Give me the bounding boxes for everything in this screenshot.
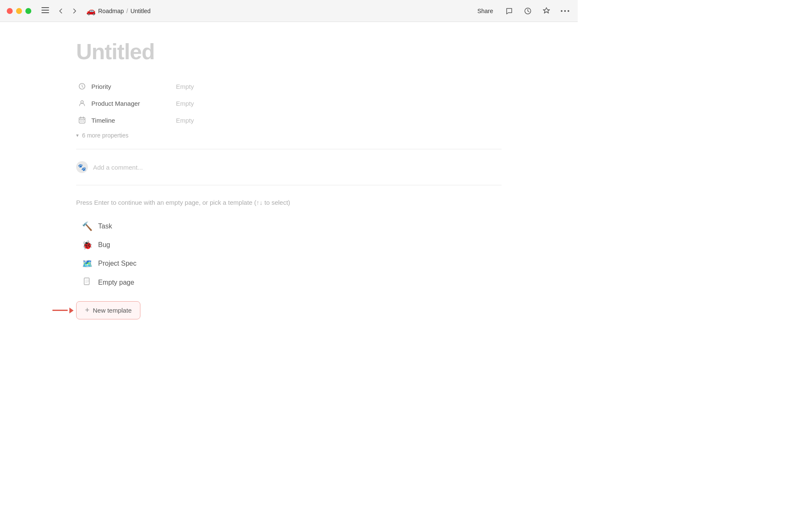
person-icon xyxy=(76,99,88,107)
comment-divider xyxy=(76,185,502,185)
chevron-down-icon: ▾ xyxy=(76,132,79,138)
comment-row[interactable]: 🐾 Add a comment... xyxy=(76,156,502,178)
page-title[interactable]: Untitled xyxy=(76,39,502,64)
arrow-shaft xyxy=(52,310,68,311)
more-button[interactable] xyxy=(559,8,571,14)
minimize-button[interactable] xyxy=(16,8,22,14)
new-template-label: New template xyxy=(93,307,132,314)
close-button[interactable] xyxy=(7,8,13,14)
priority-label: Priority xyxy=(91,83,176,90)
svg-rect-9 xyxy=(80,121,82,121)
titlebar-actions: Share xyxy=(474,5,571,17)
svg-rect-10 xyxy=(82,121,84,121)
avatar: 🐾 xyxy=(76,161,88,173)
breadcrumb-parent[interactable]: Roadmap xyxy=(98,8,124,14)
svg-rect-0 xyxy=(41,7,49,8)
template-hint: Press Enter to continue with an empty pa… xyxy=(76,199,502,206)
share-button[interactable]: Share xyxy=(474,6,497,16)
breadcrumb-current: Untitled xyxy=(131,8,151,14)
calendar-icon xyxy=(76,116,88,124)
template-item-bug[interactable]: 🐞 Bug xyxy=(76,236,502,253)
properties-section: Priority Empty Product Manager Empty xyxy=(76,78,502,142)
main-content: Untitled Priority Empty Product Manager xyxy=(0,22,578,367)
task-emoji: 🔨 xyxy=(81,221,93,231)
timeline-label: Timeline xyxy=(91,117,176,124)
project-spec-emoji: 🗺️ xyxy=(81,258,93,269)
svg-point-4 xyxy=(561,10,562,12)
plus-icon: + xyxy=(85,306,90,315)
new-template-button[interactable]: + New template xyxy=(76,301,140,319)
titlebar: 🚗 Roadmap / Untitled Share xyxy=(0,0,578,22)
product-manager-property[interactable]: Product Manager Empty xyxy=(76,95,502,112)
breadcrumb-separator: / xyxy=(126,8,128,14)
timeline-property[interactable]: Timeline Empty xyxy=(76,112,502,129)
bug-label: Bug xyxy=(98,241,110,249)
timeline-value: Empty xyxy=(176,117,194,124)
template-list: 🔨 Task 🐞 Bug 🗺️ Project Spec Empty page xyxy=(76,218,502,291)
avatar-emoji: 🐾 xyxy=(78,163,86,171)
svg-point-6 xyxy=(568,10,569,12)
comment-icon-button[interactable] xyxy=(503,5,515,17)
more-properties-toggle[interactable]: ▾ 6 more properties xyxy=(76,129,502,142)
more-properties-label: 6 more properties xyxy=(82,132,129,139)
template-item-empty-page[interactable]: Empty page xyxy=(76,274,502,291)
bug-emoji: 🐞 xyxy=(81,240,93,250)
comment-input[interactable]: Add a comment... xyxy=(93,164,143,171)
svg-rect-2 xyxy=(41,12,49,13)
product-manager-label: Product Manager xyxy=(91,100,176,107)
project-spec-label: Project Spec xyxy=(98,260,137,267)
star-button[interactable] xyxy=(540,5,552,17)
svg-point-5 xyxy=(564,10,566,12)
empty-page-label: Empty page xyxy=(98,279,134,286)
history-button[interactable] xyxy=(522,5,534,17)
svg-rect-1 xyxy=(41,10,49,11)
back-button[interactable] xyxy=(56,6,66,16)
nav-controls xyxy=(56,6,80,16)
sidebar-toggle-button[interactable] xyxy=(38,5,52,17)
svg-point-7 xyxy=(81,101,83,103)
new-template-container: + New template xyxy=(76,301,140,319)
breadcrumb-emoji: 🚗 xyxy=(86,6,96,16)
template-item-task[interactable]: 🔨 Task xyxy=(76,218,502,235)
arrow-indicator xyxy=(52,308,74,313)
priority-property[interactable]: Priority Empty xyxy=(76,78,502,95)
template-item-project-spec[interactable]: 🗺️ Project Spec xyxy=(76,255,502,272)
breadcrumb: 🚗 Roadmap / Untitled xyxy=(86,6,474,16)
task-label: Task xyxy=(98,223,112,230)
forward-button[interactable] xyxy=(69,6,80,16)
traffic-lights xyxy=(7,8,31,14)
priority-value: Empty xyxy=(176,83,194,90)
empty-page-emoji xyxy=(81,277,93,288)
maximize-button[interactable] xyxy=(25,8,31,14)
priority-icon xyxy=(76,82,88,90)
arrow-head xyxy=(69,308,74,313)
properties-divider xyxy=(76,149,502,149)
svg-rect-8 xyxy=(79,118,85,123)
product-manager-value: Empty xyxy=(176,100,194,107)
